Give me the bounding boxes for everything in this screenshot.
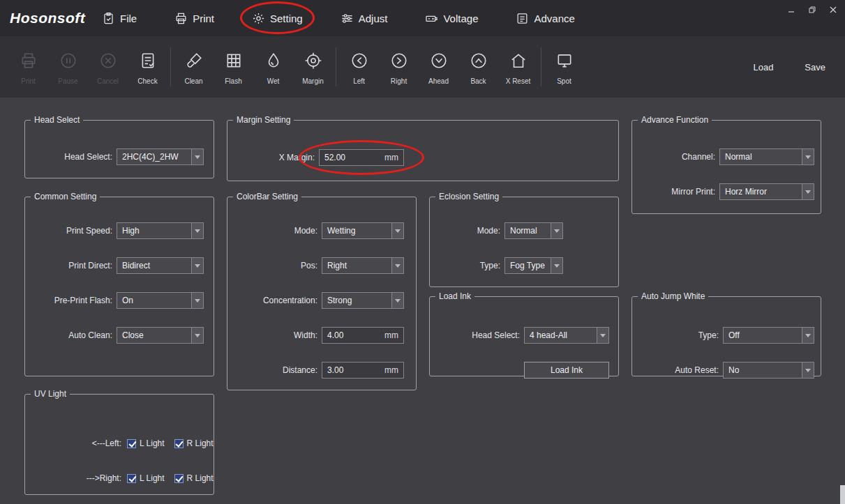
uv-right-r-light-label: R Light <box>187 473 214 483</box>
settings-page: Head Select Head Select: 2HC(4C)_2HW Mar… <box>0 98 845 504</box>
field-row: --->Right: L Light R Light <box>25 470 214 487</box>
toolbar-x-reset-button[interactable]: X Reset <box>498 36 538 98</box>
uv-left-l-light-checkbox[interactable]: L Light <box>127 438 165 448</box>
x-margin-input[interactable]: 52.00 mm <box>319 149 404 166</box>
scrollbar-thumb[interactable] <box>840 485 845 504</box>
chevron-down-icon <box>191 258 203 273</box>
checklist-icon <box>139 52 157 72</box>
toolbar-separator <box>541 47 541 86</box>
uv-right-label: --->Right: <box>25 473 121 483</box>
field-row: Head Select: 4 head-All <box>430 327 609 344</box>
chevron-down-icon <box>391 223 403 238</box>
toolbar-flash-button[interactable]: Flash <box>214 36 253 98</box>
colorbar-pos-dropdown[interactable]: Right <box>322 257 404 274</box>
toolbar-check-label: Check <box>137 77 157 85</box>
toolbar-left-button[interactable]: Left <box>339 36 379 98</box>
field-row: <---Left: L Light R Light <box>25 435 214 452</box>
mirror-print-label: Mirror Print: <box>632 187 715 197</box>
toolbar-margin-button[interactable]: Margin <box>293 36 333 98</box>
restore-button[interactable] <box>802 0 823 20</box>
toolbar-pause-button[interactable]: Pause <box>48 36 88 98</box>
uv-right-r-light-checkbox[interactable]: R Light <box>174 473 214 483</box>
field-row: Pre-Print Flash: On <box>25 292 204 309</box>
adjust-sliders-icon <box>341 12 354 25</box>
toolbar-back-button[interactable]: Back <box>458 36 498 98</box>
auto-reset-dropdown[interactable]: No <box>723 362 814 379</box>
toolbar-right-label: Right <box>391 77 407 85</box>
print-speed-dropdown[interactable]: High <box>117 222 204 239</box>
eclosion-mode-dropdown[interactable]: Normal <box>504 222 563 239</box>
jump-white-type-dropdown[interactable]: Off <box>723 327 814 344</box>
battery-icon <box>425 12 438 25</box>
eclosion-type-dropdown[interactable]: Fog Type <box>504 257 563 274</box>
field-row: Auto Reset: No <box>632 362 814 379</box>
colorbar-distance-input[interactable]: 3.00 mm <box>322 362 404 379</box>
head-select-dropdown[interactable]: 2HC(4C)_2HW <box>117 148 204 165</box>
toolbar-right-button[interactable]: Right <box>379 36 419 98</box>
dropdown-value: On <box>117 296 191 305</box>
chevron-down-icon <box>802 149 814 165</box>
load-ink-button[interactable]: Load Ink <box>524 362 609 379</box>
toolbar-cancel-label: Cancel <box>97 77 119 85</box>
checkbox-checked-icon <box>174 474 184 483</box>
chevron-down-icon <box>551 223 562 238</box>
uv-right-l-light-checkbox[interactable]: L Light <box>127 473 165 483</box>
toolbar-check-button[interactable]: Check <box>128 36 167 98</box>
menu-file[interactable]: File <box>100 10 138 26</box>
checkbox-checked-icon <box>174 439 184 448</box>
dropdown-value: Right <box>322 261 391 270</box>
panel-uv-light: UV Light <---Left: L Light R Light --->R… <box>24 394 214 495</box>
close-button[interactable] <box>823 0 844 20</box>
toolbar-flash-label: Flash <box>225 77 241 85</box>
toolbar-left-label: Left <box>353 77 365 85</box>
menu-adjust[interactable]: Adjust <box>339 10 389 26</box>
checkbox-checked-icon <box>127 439 136 448</box>
pre-print-flash-dropdown[interactable]: On <box>117 292 204 309</box>
dropdown-value: Wetting <box>322 226 391 236</box>
chevron-down-icon <box>802 362 814 378</box>
uv-left-r-light-checkbox[interactable]: R Light <box>174 438 214 448</box>
droplet-icon <box>264 52 283 72</box>
toolbar-spot-button[interactable]: Spot <box>544 36 584 98</box>
concentration-dropdown[interactable]: Strong <box>322 292 404 309</box>
colorbar-mode-dropdown[interactable]: Wetting <box>322 222 404 239</box>
dropdown-value: No <box>724 365 802 375</box>
arrow-down-circle-icon <box>430 52 448 72</box>
auto-clean-dropdown[interactable]: Close <box>117 327 204 344</box>
save-button[interactable]: Save <box>805 62 825 72</box>
field-row: Width: 4.00 mm <box>227 327 404 344</box>
field-row: Print Direct: Bidirect <box>25 257 204 274</box>
toolbar-ahead-label: Ahead <box>428 77 449 85</box>
toolbar-wet-button[interactable]: Wet <box>253 36 293 98</box>
menu-setting[interactable]: Setting <box>250 10 304 26</box>
menu-voltage[interactable]: Voltage <box>424 10 479 26</box>
channel-label: Channel: <box>632 152 715 162</box>
dropdown-value: Close <box>117 330 191 340</box>
load-ink-head-select-dropdown[interactable]: 4 head-All <box>524 327 609 344</box>
mirror-print-dropdown[interactable]: Horz Mirror <box>719 183 814 200</box>
colorbar-width-input[interactable]: 4.00 mm <box>322 327 404 344</box>
menu-voltage-label: Voltage <box>443 13 478 24</box>
auto-clean-label: Auto Clean: <box>25 330 112 340</box>
menu-print[interactable]: Print <box>173 10 216 26</box>
toolbar-clean-button[interactable]: Clean <box>174 36 214 98</box>
colorbar-distance-label: Distance: <box>227 365 317 375</box>
chevron-down-icon <box>191 328 203 343</box>
chevron-down-icon <box>191 223 203 238</box>
arrow-right-circle-icon <box>390 52 408 72</box>
menu-advance[interactable]: Advance <box>514 10 576 26</box>
panel-eclosion-setting: Eclosion Setting Mode: Normal Type: Fog … <box>429 197 619 287</box>
toolbar-ahead-button[interactable]: Ahead <box>419 36 458 98</box>
field-row: Mode: Normal <box>430 222 563 239</box>
panel-auto-jump-white: Auto Jump White Type: Off Auto Reset: No <box>631 296 821 376</box>
minimize-button[interactable] <box>781 0 802 20</box>
toolbar-print-button[interactable]: Print <box>8 36 48 98</box>
panel-title: Common Setting <box>31 192 100 202</box>
print-direct-dropdown[interactable]: Bidirect <box>117 257 204 274</box>
panel-common-setting: Common Setting Print Speed: High Print D… <box>24 197 214 376</box>
load-button[interactable]: Load <box>753 62 773 72</box>
toolbar-cancel-button[interactable]: Cancel <box>88 36 128 98</box>
field-row: Distance: 3.00 mm <box>227 362 404 379</box>
channel-dropdown[interactable]: Normal <box>719 148 814 165</box>
toolbar-separator <box>170 47 171 86</box>
